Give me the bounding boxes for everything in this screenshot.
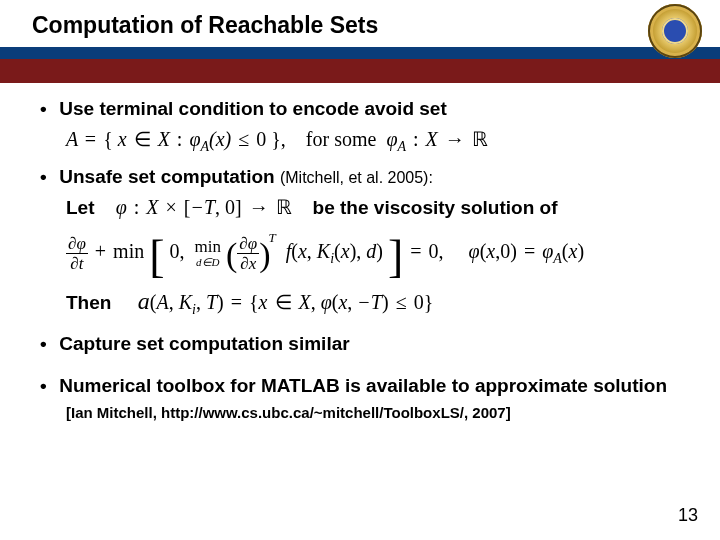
- slide-body: • Use terminal condition to encode avoid…: [0, 83, 720, 423]
- title-blue-stripe: [0, 47, 720, 59]
- bullet-4: • Numerical toolbox for MATLAB is availa…: [40, 374, 680, 398]
- bullet-2-line2: Let φ : X × [−T, 0] → ℝ be the viscosity…: [66, 195, 680, 220]
- formula-result: a(A, Ki, T) = {x ∈ X, φ(x, −T) ≤ 0}: [138, 291, 433, 313]
- bullet-2-ref: (Mitchell, et al. 2005):: [280, 169, 433, 186]
- title-bar: Computation of Reachable Sets: [0, 0, 720, 83]
- bullet-2-then: Then a(A, Ki, T) = {x ∈ X, φ(x, −T) ≤ 0}: [66, 286, 680, 319]
- slide-title: Computation of Reachable Sets: [32, 12, 720, 39]
- title-top: Computation of Reachable Sets: [0, 0, 720, 47]
- formula-hjb: ∂φ∂t + min [ 0, mind∈D (∂φ∂x)T f(x, Ki(x…: [66, 230, 680, 272]
- bullet-4-text: Numerical toolbox for MATLAB is availabl…: [59, 375, 667, 396]
- formula-avoid-set: A = { x ∈ X : φA(x) ≤ 0 }, for some φA :…: [66, 127, 680, 156]
- citation: [Ian Mitchell, http://www.cs.ubc.ca/~mit…: [66, 404, 680, 423]
- bullet-2: • Unsafe set computation (Mitchell, et a…: [40, 165, 680, 189]
- bullet-dot-icon: •: [40, 332, 54, 356]
- let-label: Let: [66, 197, 95, 218]
- formula-phi-domain: φ : X × [−T, 0] → ℝ: [116, 196, 297, 218]
- bullet-dot-icon: •: [40, 374, 54, 398]
- viscosity-label: be the viscosity solution of: [313, 197, 558, 218]
- bullet-2-text: Unsafe set computation: [59, 166, 280, 187]
- bullet-dot-icon: •: [40, 165, 54, 189]
- bullet-1-text: Use terminal condition to encode avoid s…: [59, 98, 446, 119]
- bullet-dot-icon: •: [40, 97, 54, 121]
- bullet-3: • Capture set computation similar: [40, 332, 680, 356]
- bullet-1: • Use terminal condition to encode avoid…: [40, 97, 680, 121]
- bullet-3-text: Capture set computation similar: [59, 333, 349, 354]
- page-number: 13: [678, 505, 698, 526]
- university-seal-icon: [648, 4, 702, 58]
- title-red-stripe: [0, 59, 720, 83]
- then-label: Then: [66, 292, 111, 313]
- slide: Computation of Reachable Sets • Use term…: [0, 0, 720, 540]
